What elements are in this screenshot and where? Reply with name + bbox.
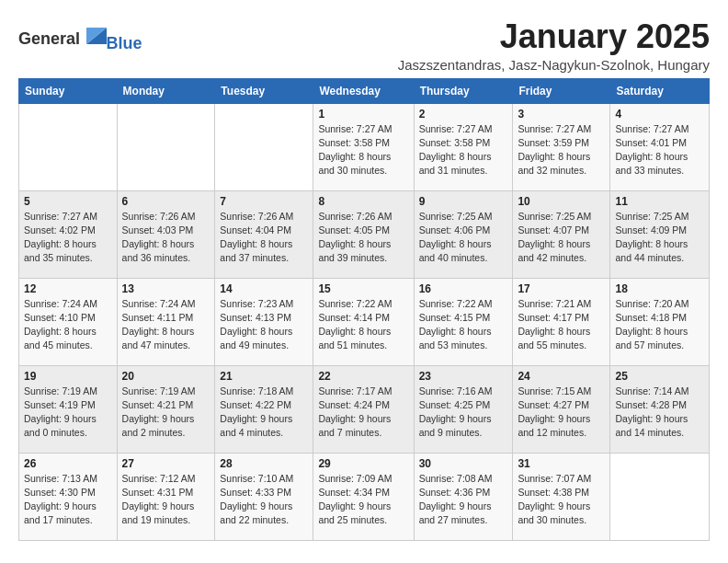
calendar-cell: 3Sunrise: 7:27 AMSunset: 3:59 PMDaylight…: [513, 103, 610, 190]
day-detail: Sunrise: 7:09 AMSunset: 4:34 PMDaylight:…: [318, 472, 408, 528]
calendar-cell: 19Sunrise: 7:19 AMSunset: 4:19 PMDayligh…: [19, 365, 118, 453]
calendar-cell: 21Sunrise: 7:18 AMSunset: 4:22 PMDayligh…: [215, 365, 313, 453]
calendar-week-1: 1Sunrise: 7:27 AMSunset: 3:58 PMDaylight…: [19, 103, 710, 190]
logo-blue: Blue: [107, 34, 142, 52]
day-number: 5: [24, 195, 112, 208]
calendar-cell: [117, 103, 215, 190]
day-detail: Sunrise: 7:25 AMSunset: 4:06 PMDaylight:…: [419, 210, 508, 266]
day-detail: Sunrise: 7:24 AMSunset: 4:10 PMDaylight:…: [24, 297, 112, 353]
day-number: 23: [419, 370, 508, 383]
calendar-cell: 9Sunrise: 7:25 AMSunset: 4:06 PMDaylight…: [414, 190, 513, 278]
calendar-cell: 13Sunrise: 7:24 AMSunset: 4:11 PMDayligh…: [117, 278, 215, 365]
calendar-cell: 6Sunrise: 7:26 AMSunset: 4:03 PMDaylight…: [117, 190, 215, 278]
weekday-header-wednesday: Wednesday: [313, 78, 414, 103]
day-number: 11: [615, 195, 704, 208]
calendar-week-3: 12Sunrise: 7:24 AMSunset: 4:10 PMDayligh…: [19, 278, 710, 365]
calendar-cell: [610, 453, 710, 540]
day-number: 8: [318, 195, 408, 208]
day-number: 18: [615, 282, 704, 295]
day-detail: Sunrise: 7:17 AMSunset: 4:24 PMDaylight:…: [318, 385, 408, 441]
calendar-cell: 12Sunrise: 7:24 AMSunset: 4:10 PMDayligh…: [19, 278, 118, 365]
day-detail: Sunrise: 7:25 AMSunset: 4:09 PMDaylight:…: [615, 210, 704, 266]
weekday-header-row: SundayMondayTuesdayWednesdayThursdayFrid…: [19, 78, 710, 103]
calendar-cell: 22Sunrise: 7:17 AMSunset: 4:24 PMDayligh…: [313, 365, 414, 453]
day-detail: Sunrise: 7:16 AMSunset: 4:25 PMDaylight:…: [419, 385, 508, 441]
day-detail: Sunrise: 7:22 AMSunset: 4:15 PMDaylight:…: [419, 297, 508, 353]
day-detail: Sunrise: 7:07 AMSunset: 4:38 PMDaylight:…: [518, 472, 605, 528]
calendar-cell: 20Sunrise: 7:19 AMSunset: 4:21 PMDayligh…: [117, 365, 215, 453]
day-number: 4: [615, 108, 704, 121]
day-number: 31: [518, 457, 605, 470]
calendar-cell: 7Sunrise: 7:26 AMSunset: 4:04 PMDaylight…: [215, 190, 313, 278]
day-number: 9: [419, 195, 508, 208]
day-detail: Sunrise: 7:27 AMSunset: 4:01 PMDaylight:…: [615, 122, 704, 178]
page-header: General Blue January 2025 Jaszszentandra…: [18, 18, 710, 73]
day-number: 12: [24, 282, 112, 295]
day-number: 14: [220, 282, 308, 295]
calendar-cell: 10Sunrise: 7:25 AMSunset: 4:07 PMDayligh…: [513, 190, 610, 278]
day-number: 22: [318, 370, 408, 383]
logo: General Blue: [18, 22, 142, 52]
day-detail: Sunrise: 7:27 AMSunset: 3:58 PMDaylight:…: [419, 122, 508, 178]
calendar-cell: 16Sunrise: 7:22 AMSunset: 4:15 PMDayligh…: [414, 278, 513, 365]
day-number: 25: [615, 370, 704, 383]
calendar-cell: 4Sunrise: 7:27 AMSunset: 4:01 PMDaylight…: [610, 103, 710, 190]
day-detail: Sunrise: 7:24 AMSunset: 4:11 PMDaylight:…: [122, 297, 210, 353]
calendar-week-2: 5Sunrise: 7:27 AMSunset: 4:02 PMDaylight…: [19, 190, 710, 278]
day-number: 1: [318, 108, 408, 121]
location-title: Jaszszentandras, Jasz-Nagykun-Szolnok, H…: [398, 57, 710, 73]
calendar-cell: 30Sunrise: 7:08 AMSunset: 4:36 PMDayligh…: [414, 453, 513, 540]
calendar-cell: 14Sunrise: 7:23 AMSunset: 4:13 PMDayligh…: [215, 278, 313, 365]
weekday-header-saturday: Saturday: [610, 78, 710, 103]
calendar-cell: 2Sunrise: 7:27 AMSunset: 3:58 PMDaylight…: [414, 103, 513, 190]
day-detail: Sunrise: 7:08 AMSunset: 4:36 PMDaylight:…: [419, 472, 508, 528]
day-number: 30: [419, 457, 508, 470]
day-detail: Sunrise: 7:27 AMSunset: 3:58 PMDaylight:…: [318, 122, 408, 178]
title-area: January 2025 Jaszszentandras, Jasz-Nagyk…: [398, 18, 710, 73]
calendar-cell: 11Sunrise: 7:25 AMSunset: 4:09 PMDayligh…: [610, 190, 710, 278]
day-detail: Sunrise: 7:10 AMSunset: 4:33 PMDaylight:…: [220, 472, 308, 528]
day-detail: Sunrise: 7:15 AMSunset: 4:27 PMDaylight:…: [518, 385, 605, 441]
day-number: 13: [122, 282, 210, 295]
calendar-cell: 29Sunrise: 7:09 AMSunset: 4:34 PMDayligh…: [313, 453, 414, 540]
calendar-cell: 17Sunrise: 7:21 AMSunset: 4:17 PMDayligh…: [513, 278, 610, 365]
day-number: 24: [518, 370, 605, 383]
calendar-cell: [215, 103, 313, 190]
day-detail: Sunrise: 7:20 AMSunset: 4:18 PMDaylight:…: [615, 297, 704, 353]
day-number: 26: [24, 457, 112, 470]
day-detail: Sunrise: 7:19 AMSunset: 4:21 PMDaylight:…: [122, 385, 210, 441]
month-title: January 2025: [398, 18, 710, 55]
calendar-cell: 31Sunrise: 7:07 AMSunset: 4:38 PMDayligh…: [513, 453, 610, 540]
day-number: 2: [419, 108, 508, 121]
day-number: 16: [419, 282, 508, 295]
calendar-cell: [19, 103, 118, 190]
calendar-cell: 24Sunrise: 7:15 AMSunset: 4:27 PMDayligh…: [513, 365, 610, 453]
weekday-header-monday: Monday: [117, 78, 215, 103]
day-detail: Sunrise: 7:14 AMSunset: 4:28 PMDaylight:…: [615, 385, 704, 441]
day-number: 20: [122, 370, 210, 383]
calendar-cell: 5Sunrise: 7:27 AMSunset: 4:02 PMDaylight…: [19, 190, 118, 278]
day-number: 21: [220, 370, 308, 383]
logo-icon: [86, 18, 107, 44]
calendar-cell: 8Sunrise: 7:26 AMSunset: 4:05 PMDaylight…: [313, 190, 414, 278]
day-detail: Sunrise: 7:26 AMSunset: 4:04 PMDaylight:…: [220, 210, 308, 266]
weekday-header-tuesday: Tuesday: [215, 78, 313, 103]
calendar-cell: 15Sunrise: 7:22 AMSunset: 4:14 PMDayligh…: [313, 278, 414, 365]
day-detail: Sunrise: 7:23 AMSunset: 4:13 PMDaylight:…: [220, 297, 308, 353]
day-number: 28: [220, 457, 308, 470]
calendar-week-4: 19Sunrise: 7:19 AMSunset: 4:19 PMDayligh…: [19, 365, 710, 453]
weekday-header-sunday: Sunday: [19, 78, 118, 103]
day-number: 10: [518, 195, 605, 208]
weekday-header-thursday: Thursday: [414, 78, 513, 103]
calendar-cell: 28Sunrise: 7:10 AMSunset: 4:33 PMDayligh…: [215, 453, 313, 540]
day-detail: Sunrise: 7:26 AMSunset: 4:03 PMDaylight:…: [122, 210, 210, 266]
day-number: 3: [518, 108, 605, 121]
calendar-cell: 18Sunrise: 7:20 AMSunset: 4:18 PMDayligh…: [610, 278, 710, 365]
day-detail: Sunrise: 7:12 AMSunset: 4:31 PMDaylight:…: [122, 472, 210, 528]
day-detail: Sunrise: 7:21 AMSunset: 4:17 PMDaylight:…: [518, 297, 605, 353]
logo-general: General: [18, 29, 80, 48]
day-number: 15: [318, 282, 408, 295]
day-number: 6: [122, 195, 210, 208]
weekday-header-friday: Friday: [513, 78, 610, 103]
calendar-week-5: 26Sunrise: 7:13 AMSunset: 4:30 PMDayligh…: [19, 453, 710, 540]
